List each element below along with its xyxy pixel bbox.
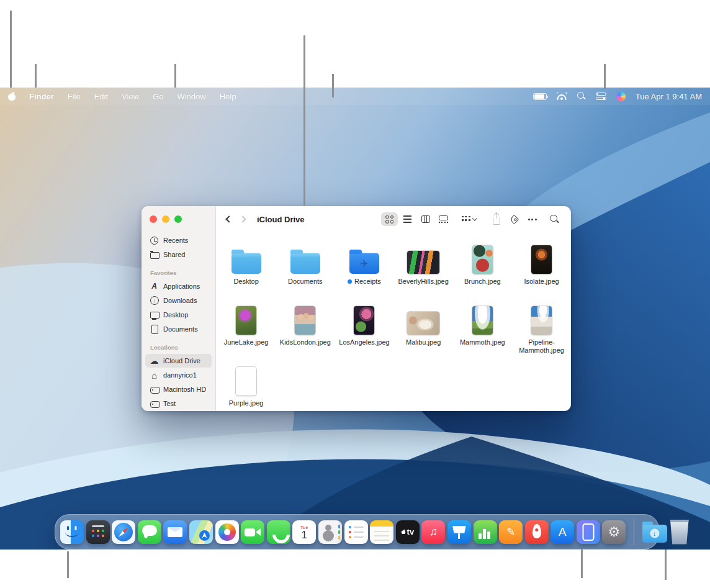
dock-messages-icon[interactable]	[138, 520, 161, 544]
file-brunch[interactable]: Brunch.jpeg	[453, 238, 512, 299]
dock-notes-icon[interactable]	[370, 520, 393, 544]
menu-edit[interactable]: Edit	[94, 92, 108, 101]
menu-finder[interactable]: Finder	[29, 92, 54, 101]
sidebar-item-downloads[interactable]: Downloads	[145, 294, 212, 307]
file-label: Mammoth.jpeg	[460, 338, 505, 346]
dock-mail-icon[interactable]	[163, 520, 187, 544]
battery-icon[interactable]	[533, 93, 547, 100]
dock-iphone-mirroring-icon[interactable]	[577, 520, 600, 544]
sidebar-item-desktop[interactable]: Desktop	[145, 308, 212, 322]
dock-trash-icon[interactable]	[669, 520, 690, 545]
group-by-button[interactable]	[457, 212, 481, 226]
sidebar-item-icloud-drive[interactable]: iCloud Drive	[145, 354, 212, 368]
dock-system-settings-icon[interactable]	[602, 520, 626, 544]
dock-keynote-icon[interactable]	[447, 520, 471, 544]
home-icon	[150, 371, 159, 380]
mac-screen: Finder File Edit View Go Window Help Tue…	[0, 88, 710, 550]
menu-file[interactable]: File	[68, 92, 81, 101]
file-label: Isolate.jpeg	[524, 278, 559, 286]
file-beverlyhills[interactable]: BeverlyHills.jpeg	[394, 238, 453, 299]
column-view-icon	[421, 215, 430, 223]
file-label: Desktop	[233, 278, 258, 286]
image-thumbnail	[354, 306, 374, 335]
dock-app-store-icon[interactable]: A	[550, 520, 574, 544]
dock-reminders-icon[interactable]	[344, 520, 368, 544]
spotlight-search-icon[interactable]	[577, 92, 586, 101]
sidebar-item-recents[interactable]: Recents	[145, 233, 212, 247]
dock-contacts-icon[interactable]	[318, 520, 342, 544]
gallery-view-button[interactable]	[435, 212, 452, 226]
file-junelake[interactable]: JuneLake.jpeg	[217, 299, 276, 360]
chevron-down-icon	[472, 215, 477, 220]
forward-button[interactable]	[236, 212, 249, 226]
more-button[interactable]	[524, 212, 541, 226]
dock-facetime-icon[interactable]	[241, 520, 264, 544]
callout-finder-menu-line	[35, 64, 37, 88]
applications-icon	[150, 282, 159, 291]
dock-downloads-folder-icon[interactable]	[642, 525, 667, 543]
file-kidslondon[interactable]: KidsLondon.jpeg	[276, 299, 335, 360]
control-center-icon[interactable]	[596, 93, 606, 101]
tags-button[interactable]	[506, 212, 523, 226]
finder-main: iCloud Drive Desktop	[216, 206, 571, 411]
app-store-glyph: A	[559, 525, 567, 539]
file-documents[interactable]: Documents	[276, 238, 335, 299]
sidebar-label: dannyrico1	[163, 371, 197, 379]
file-mammoth[interactable]: Mammoth.jpeg	[453, 299, 512, 360]
sidebar-label: Macintosh HD	[163, 386, 206, 393]
menu-view[interactable]: View	[122, 92, 139, 101]
close-button[interactable]	[150, 215, 157, 223]
menu-bar-clock[interactable]: Tue Apr 1 9:41 AM	[636, 92, 702, 101]
file-purple[interactable]: Purple.jpeg	[217, 360, 276, 411]
file-grid: Desktop Documents Receipts	[216, 232, 571, 411]
menu-go[interactable]: Go	[153, 92, 163, 101]
wifi-icon[interactable]	[557, 93, 567, 100]
dock-music-icon[interactable]	[421, 520, 445, 544]
sidebar-item-documents[interactable]: Documents	[145, 322, 212, 336]
sidebar-item-shared[interactable]: Shared	[145, 248, 212, 261]
file-pipeline-mammoth[interactable]: Pipeline-Mammoth.jpeg	[512, 299, 571, 360]
callout-status-menus-line	[604, 64, 606, 89]
dock-numbers-icon[interactable]	[474, 520, 497, 544]
siri-icon[interactable]	[616, 92, 626, 101]
image-thumbnail	[531, 245, 552, 274]
file-receipts[interactable]: Receipts	[335, 238, 393, 299]
callout-menu-bar-line	[332, 74, 334, 97]
file-desktop[interactable]: Desktop	[217, 238, 276, 299]
sidebar-item-dannyrico1[interactable]: dannyrico1	[145, 368, 212, 382]
sidebar-item-applications[interactable]: Applications	[145, 279, 212, 293]
dock-pages-icon[interactable]	[499, 520, 523, 544]
downloads-icon	[150, 296, 159, 305]
sidebar-label: Desktop	[163, 311, 188, 319]
file-losangeles[interactable]: LosAngeles.jpeg	[335, 299, 393, 360]
dock-launchpad-icon[interactable]	[86, 520, 110, 544]
dock-phone-icon[interactable]	[267, 520, 290, 544]
file-label: KidsLondon.jpeg	[280, 338, 331, 346]
menu-help[interactable]: Help	[220, 92, 236, 101]
icon-view-button[interactable]	[381, 212, 398, 226]
dock-calendar-icon[interactable]: Tue 1	[292, 520, 316, 544]
dock-apple-tv-icon[interactable]: tv	[396, 520, 420, 544]
minimize-button[interactable]	[162, 215, 169, 223]
dock-safari-icon[interactable]	[112, 520, 135, 544]
callout-finder-window-line	[303, 35, 305, 206]
share-button[interactable]	[488, 212, 505, 226]
back-button[interactable]	[222, 212, 236, 226]
dock-maps-icon[interactable]	[189, 520, 213, 544]
dock-finder-icon[interactable]	[60, 520, 84, 544]
list-view-button[interactable]	[399, 212, 416, 226]
sidebar-item-test[interactable]: Test	[145, 397, 212, 410]
file-label: Receipts	[354, 278, 381, 286]
sidebar-item-macintosh-hd[interactable]: Macintosh HD	[145, 382, 212, 396]
dock-photos-icon[interactable]	[215, 520, 239, 544]
zoom-button[interactable]	[174, 215, 182, 223]
column-view-button[interactable]	[417, 212, 434, 226]
apple-logo-icon	[402, 530, 405, 534]
sidebar-label: Test	[163, 400, 176, 407]
apple-logo-icon[interactable]	[8, 92, 16, 101]
menu-window[interactable]: Window	[177, 92, 205, 101]
file-isolate[interactable]: Isolate.jpeg	[512, 238, 571, 299]
file-malibu[interactable]: Malibu.jpeg	[394, 299, 453, 360]
dock-rocket-app-icon[interactable]	[525, 520, 549, 544]
search-button[interactable]	[546, 212, 563, 226]
